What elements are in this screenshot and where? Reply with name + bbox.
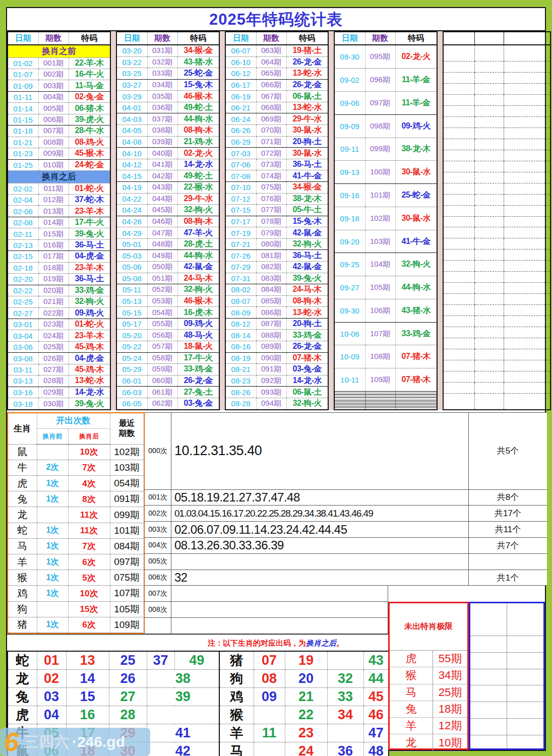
freq-label <box>145 618 171 634</box>
draw-date-cell: 09-06 <box>334 92 365 115</box>
watermark-text-url: ·246.gd <box>72 733 125 750</box>
draw-code-cell: 24-马-木 <box>177 273 219 284</box>
stats-row: 马1次7次084期 <box>8 538 144 554</box>
draw-period-cell: 005期 <box>38 103 69 114</box>
draw-code-cell: 46-猴-木 <box>177 91 219 102</box>
freq-label: 006次 <box>145 570 171 586</box>
draw-row: 02-02011期01-蛇-火 <box>8 183 110 194</box>
draw-code-cell: 39-兔-火 <box>69 228 110 239</box>
empty-cell <box>474 371 504 382</box>
period-column-header: 期数 <box>365 32 395 45</box>
draw-period-cell: 103期 <box>365 230 395 253</box>
stats-after-count-cell: 6次 <box>68 554 110 570</box>
empty-header-cell <box>474 32 504 45</box>
draw-date-cell: 05-20 <box>116 330 147 341</box>
draw-row: 07-15077期05-牛-土 <box>225 205 328 216</box>
stats-zodiac-cell: 羊 <box>8 554 37 570</box>
draw-date-cell: 05-01 <box>116 238 147 250</box>
empty-cell <box>443 316 474 327</box>
draw-code-cell: 33-鸡-金 <box>177 364 219 375</box>
draw-code-cell: 13-蛇-水 <box>286 307 328 319</box>
draw-code-cell: 24-蛇-金 <box>69 159 110 170</box>
draw-code-cell: 06-鼠-土 <box>286 387 328 398</box>
draw-date-cell: 03-11 <box>8 364 38 375</box>
draw-row: 08-30095期02-龙-火 <box>334 45 437 69</box>
draw-date-cell: 02-13 <box>8 239 38 250</box>
draw-date-cell: 06-29 <box>225 136 256 148</box>
empty-cell <box>443 84 474 95</box>
draw-code-cell: 39-兔-火 <box>286 273 328 284</box>
empty-cell <box>504 316 550 327</box>
draw-code-cell: 25-蛇-金 <box>395 184 437 207</box>
draw-row: 07-21080期32-狗-火 <box>225 238 328 250</box>
draw-date-cell: 06-01 <box>116 375 147 387</box>
draw-row: 01-07002期16-牛-火 <box>8 69 110 80</box>
stats-after-count-cell: 5次 <box>68 570 110 586</box>
draw-period-cell: 067期 <box>256 91 286 102</box>
draw-date-cell: 04-24 <box>116 205 147 216</box>
freq-numbers: 02.06.07.09.11.14.23.24.42.44.45 <box>171 522 469 538</box>
draw-period-cell: 046期 <box>147 216 177 227</box>
draw-period-cell: 077期 <box>256 205 286 216</box>
unhit-zodiac-limits-box: 未出特肖极限 虎55期猴34期马25期兔18期羊12期龙10期 <box>388 602 469 750</box>
freq-numbers: 10.12.31.35.40 <box>171 413 469 490</box>
stats-before-header: 换肖前 <box>37 428 68 444</box>
draw-period-cell: 050期 <box>147 262 177 273</box>
draw-code-cell: 13-蛇-水 <box>69 375 110 387</box>
draw-period-cell: 054期 <box>147 307 177 319</box>
draw-code-cell: 08-狗-木 <box>177 216 219 227</box>
limit-zodiac-cell: 龙 <box>390 734 433 751</box>
draw-date-cell: 05-11 <box>116 284 147 296</box>
draw-period-cell: 025期 <box>38 341 69 352</box>
draw-period-cell: 029期 <box>38 387 69 398</box>
draw-row: 01-21008期08-鸡-火 <box>8 137 110 148</box>
draw-date-cell: 10-06 <box>334 322 365 345</box>
draw-period-cell: 018期 <box>38 262 69 273</box>
draw-date-cell: 10-09 <box>334 345 365 368</box>
draw-date-cell: 01-15 <box>8 114 38 125</box>
draw-date-cell: 01-21 <box>8 137 38 148</box>
draw-row: 换肖之前 <box>8 45 110 57</box>
empty-row <box>443 183 550 194</box>
draw-date-cell: 01-07 <box>8 69 38 80</box>
draw-row: 02-13016期36-马-土 <box>8 239 110 250</box>
draw-period-cell: 088期 <box>256 330 286 341</box>
draw-empty-row <box>334 408 437 410</box>
stats-after-count-cell: 15次 <box>68 601 110 617</box>
draw-date-cell: 09-13 <box>334 161 365 184</box>
draw-date-cell: 05-13 <box>116 295 147 307</box>
draw-row: 03-08026期04-虎-金 <box>8 353 110 364</box>
draw-code-cell: 24-马-木 <box>286 284 328 296</box>
draw-period-cell: 013期 <box>38 206 69 217</box>
stats-recent-period-cell: 097期 <box>110 554 144 570</box>
draw-row: 07-29082期42-鼠-金 <box>225 262 328 273</box>
draw-row: 03-22032期43-猪-水 <box>116 56 219 68</box>
empty-row <box>443 117 550 128</box>
draw-code-cell: 36-马-土 <box>286 250 328 262</box>
draw-code-cell: 20-狗-土 <box>286 318 328 330</box>
empty-cell <box>474 305 504 316</box>
draw-date-cell: 07-26 <box>225 250 256 262</box>
map-number-cell: 01 <box>37 651 66 670</box>
blue-box-gridline <box>470 685 543 685</box>
stats-row: 兔1次8次091期 <box>8 491 144 507</box>
empty-cell <box>504 205 550 216</box>
draw-code-cell: 09-鸡-火 <box>395 114 437 138</box>
empty-row <box>443 227 550 238</box>
draw-row: 06-29071期20-狗-土 <box>225 136 328 148</box>
draw-date-cell: 05-06 <box>116 262 147 273</box>
stats-row: 牛2次7次103期 <box>8 460 144 475</box>
draw-period-cell: 087期 <box>256 318 286 330</box>
draw-code-cell: 30-鼠-水 <box>286 148 328 159</box>
draw-row: 03-04024期23-羊-木 <box>8 330 110 341</box>
limit-row: 羊12期 <box>390 718 467 734</box>
empty-cell <box>504 216 550 227</box>
draw-code-cell: 33-鸡-金 <box>286 330 328 341</box>
empty-cell <box>474 205 504 216</box>
map-number-cell: 09 <box>254 688 285 706</box>
draw-period-cell: 009期 <box>38 148 69 159</box>
draw-row: 03-16029期14-龙-水 <box>8 387 110 398</box>
limit-zodiac-cell: 兔 <box>390 701 433 718</box>
map-zodiac-cell: 狗 <box>219 670 254 688</box>
draw-row: 09-25104期32-狗-火 <box>334 253 437 276</box>
